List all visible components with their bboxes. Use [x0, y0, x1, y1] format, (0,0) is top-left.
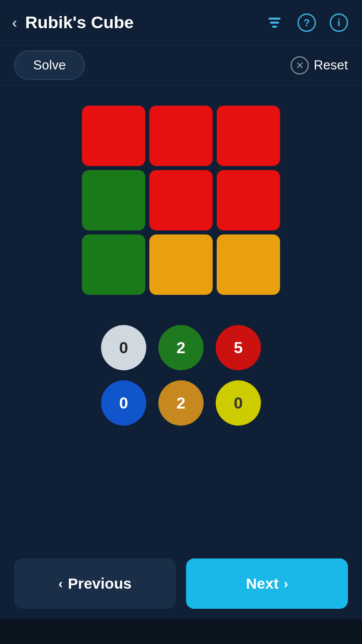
- svg-rect-1: [270, 22, 279, 24]
- color-selector-circle[interactable]: 2: [158, 380, 204, 426]
- app-header: ‹ Rubik's Cube ? i: [0, 0, 362, 45]
- reset-button[interactable]: ✕ Reset: [291, 56, 348, 74]
- circle-row-1: 025: [101, 325, 261, 370]
- help-icon[interactable]: ?: [296, 12, 318, 34]
- nav-buttons: ‹ Previous Next ›: [0, 548, 362, 619]
- next-button[interactable]: Next ›: [186, 558, 348, 609]
- color-selector-circle[interactable]: 5: [216, 325, 261, 370]
- cube-cell[interactable]: [82, 234, 145, 295]
- previous-button[interactable]: ‹ Previous: [14, 558, 176, 609]
- info-icon[interactable]: i: [328, 12, 350, 34]
- svg-rect-2: [272, 26, 277, 28]
- cube-cell[interactable]: [217, 106, 280, 166]
- bottom-bar: [0, 619, 362, 644]
- cube-cell[interactable]: [217, 234, 280, 295]
- cube-cell[interactable]: [149, 170, 213, 230]
- cube-cell[interactable]: [82, 170, 145, 230]
- next-label: Next: [246, 575, 279, 592]
- circle-row-2: 020: [101, 380, 261, 426]
- back-button[interactable]: ‹: [12, 14, 17, 31]
- cube-cell[interactable]: [82, 106, 145, 166]
- previous-label: Previous: [68, 575, 132, 592]
- color-selector-circle[interactable]: 0: [216, 380, 261, 426]
- paint-icon[interactable]: [263, 12, 286, 34]
- toolbar: Solve ✕ Reset: [0, 45, 362, 86]
- color-selector-circle[interactable]: 2: [158, 325, 204, 370]
- reset-label: Reset: [314, 57, 348, 73]
- prev-arrow-icon: ‹: [58, 576, 63, 592]
- page-title: Rubik's Cube: [25, 13, 263, 32]
- next-arrow-icon: ›: [284, 576, 288, 592]
- color-selector-circle[interactable]: 0: [101, 325, 146, 370]
- main-content: 025 020: [0, 86, 362, 548]
- color-selectors: 025 020: [101, 325, 261, 426]
- cube-cell[interactable]: [149, 234, 213, 295]
- svg-text:i: i: [337, 17, 340, 28]
- header-icons: ? i: [263, 12, 350, 34]
- color-selector-circle[interactable]: 0: [101, 380, 146, 426]
- svg-rect-0: [268, 18, 281, 20]
- solve-button[interactable]: Solve: [14, 50, 85, 80]
- cube-cell[interactable]: [217, 170, 280, 230]
- reset-icon: ✕: [291, 56, 309, 74]
- cube-cell[interactable]: [149, 106, 213, 166]
- cube-grid: [82, 106, 280, 295]
- svg-text:?: ?: [304, 17, 310, 28]
